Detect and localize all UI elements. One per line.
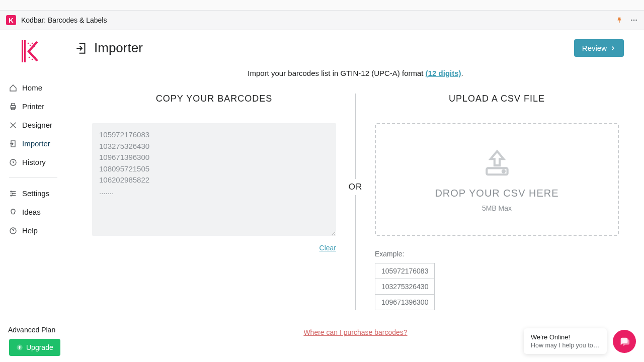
svg-rect-13 [12, 104, 15, 106]
upgrade-label: Upgrade [26, 343, 53, 351]
sidebar-item-label: Home [22, 83, 42, 92]
upload-icon [481, 147, 513, 178]
svg-point-9 [29, 57, 30, 58]
review-button[interactable]: Review [574, 39, 624, 57]
chat-widget: We're Online! How may I help you toda... [524, 328, 636, 354]
svg-point-7 [32, 43, 33, 44]
dropzone-title: DROP YOUR CSV HERE [435, 188, 558, 199]
svg-point-2 [635, 20, 637, 21]
pin-icon[interactable] [616, 17, 623, 24]
svg-point-1 [633, 20, 635, 21]
app-title: Kodbar: Barcodes & Labels [21, 16, 107, 24]
sidebar-item-history[interactable]: History [9, 153, 72, 171]
chat-title: We're Online! [531, 333, 600, 341]
instruction-text: Import your barcodes list in GTIN-12 (UP… [73, 69, 638, 77]
svg-point-17 [11, 191, 12, 192]
sidebar-item-help[interactable]: Help [9, 221, 72, 240]
dropzone-subtitle: 5MB Max [482, 204, 512, 212]
help-icon [9, 227, 17, 235]
ideas-icon [9, 208, 17, 216]
sidebar-nav: Home Printer Designer Importer History [9, 78, 72, 240]
sidebar-divider [9, 177, 57, 178]
sidebar-item-label: Printer [22, 102, 44, 111]
main-content: Importer Review Import your barcodes lis… [73, 30, 644, 362]
upload-heading: UPLOAD A CSV FILE [375, 94, 619, 104]
app-header: K Kodbar: Barcodes & Labels [0, 11, 644, 30]
example-cell: 109671396300 [375, 295, 434, 310]
plan-label: Advanced Plan [8, 326, 72, 334]
history-icon [9, 158, 17, 166]
chevron-right-icon [610, 45, 616, 51]
sidebar-item-ideas[interactable]: Ideas [9, 203, 72, 221]
sidebar-item-settings[interactable]: Settings [9, 184, 72, 203]
upgrade-button[interactable]: Upgrade [9, 339, 60, 356]
chat-fab[interactable] [613, 330, 636, 353]
svg-point-23 [502, 170, 504, 172]
home-icon [9, 84, 17, 92]
chat-icon [619, 336, 630, 347]
import-page-icon [75, 42, 88, 55]
sidebar-item-label: Importer [22, 139, 50, 148]
column-divider: OR [355, 94, 356, 310]
review-label: Review [582, 44, 607, 52]
example-label: Example: [375, 250, 619, 258]
sidebar-item-designer[interactable]: Designer [9, 116, 72, 134]
sidebar-item-importer[interactable]: Importer [9, 134, 72, 153]
clear-link[interactable]: Clear [92, 244, 336, 252]
svg-rect-3 [22, 40, 23, 62]
svg-point-6 [30, 45, 31, 46]
svg-point-10 [32, 59, 33, 60]
importer-icon [9, 140, 17, 148]
sidebar-item-label: Designer [22, 121, 52, 129]
settings-icon [9, 190, 17, 198]
sidebar-item-label: Ideas [22, 208, 41, 216]
logo [20, 39, 40, 63]
example-cell: 105972176083 [375, 263, 434, 279]
sidebar-item-printer[interactable]: Printer [9, 97, 72, 116]
copy-heading: COPY YOUR BARCODES [92, 94, 336, 104]
upgrade-icon [16, 344, 23, 351]
sidebar-item-label: History [22, 158, 46, 166]
example-table: 105972176083 103275326430 109671396300 [375, 263, 435, 310]
svg-point-19 [11, 195, 12, 196]
designer-icon [9, 121, 17, 129]
barcodes-textarea[interactable] [92, 123, 336, 236]
svg-point-8 [34, 46, 35, 47]
example-cell: 103275326430 [375, 279, 434, 295]
page-title: Importer [94, 40, 143, 56]
chat-bubble[interactable]: We're Online! How may I help you toda... [524, 328, 607, 354]
copy-barcodes-column: COPY YOUR BARCODES Clear [73, 94, 355, 310]
upload-csv-column: UPLOAD A CSV FILE DROP YOUR CSV HERE 5MB… [356, 94, 638, 310]
chat-subtitle: How may I help you toda... [531, 342, 600, 349]
app-icon: K [6, 15, 16, 25]
svg-rect-4 [24, 40, 26, 62]
svg-point-0 [631, 20, 632, 21]
sidebar-item-label: Settings [22, 189, 49, 198]
sidebar-item-label: Help [22, 226, 38, 235]
or-label: OR [349, 179, 363, 195]
more-icon[interactable] [630, 16, 638, 24]
window-topbar [0, 0, 644, 11]
sidebar: Home Printer Designer Importer History [0, 30, 73, 362]
svg-point-11 [35, 57, 36, 58]
printer-icon [9, 103, 17, 111]
svg-point-5 [28, 43, 29, 44]
csv-dropzone[interactable]: DROP YOUR CSV HERE 5MB Max [375, 123, 619, 236]
sidebar-item-home[interactable]: Home [9, 78, 72, 97]
